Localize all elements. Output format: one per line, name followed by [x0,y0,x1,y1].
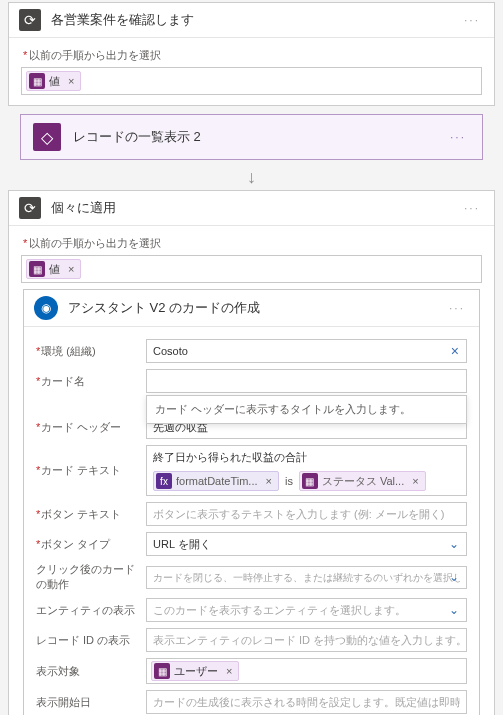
start-input[interactable] [146,690,467,714]
foreach1-header[interactable]: ⟳ 各営業案件を確認します ··· [9,3,494,38]
dynamic-content-icon: ▦ [154,663,170,679]
target-input[interactable]: ▦ ユーザー × [146,658,467,684]
apply-each-input[interactable]: ▦ 値 × [21,255,482,283]
foreach1-input-label: 以前の手順から出力を選択 [23,48,480,63]
click-action-select[interactable] [146,566,467,589]
fx-token[interactable]: fx formatDateTim... × [153,471,279,491]
button-text-input[interactable] [146,502,467,526]
assistant-title: アシスタント V2 のカードの作成 [68,299,445,317]
token-remove[interactable]: × [266,475,272,487]
card-text-is: is [285,475,293,487]
foreach-icon: ⟳ [19,9,41,31]
env-input[interactable] [146,339,467,363]
token-remove[interactable]: × [226,665,232,677]
user-token[interactable]: ▦ ユーザー × [151,661,239,681]
foreach1-title: 各営業案件を確認します [51,11,460,29]
record-id-label: レコード ID の表示 [36,633,146,648]
token-label: 値 [49,74,60,89]
foreach-icon: ⟳ [19,197,41,219]
list-records-step[interactable]: ◇ レコードの一覧表示 2 ··· [20,114,483,160]
dynamic-content-icon: ▦ [29,261,45,277]
start-label: 表示開始日 [36,695,146,710]
card-text-label: カード テキスト [36,463,146,478]
record-id-input[interactable] [146,628,467,652]
button-type-label: ボタン タイプ [36,537,146,552]
token-remove[interactable]: × [412,475,418,487]
env-clear[interactable]: × [451,343,459,359]
card-text-input[interactable]: 終了日から得られた収益の合計 fx formatDateTim... × is … [146,445,467,496]
assistant-icon: ◉ [34,296,58,320]
foreach1-input[interactable]: ▦ 値 × [21,67,482,95]
card-name-tooltip: カード ヘッダーに表示するタイトルを入力します。 [146,395,467,424]
dynamic-content-icon: ▦ [302,473,318,489]
status-token-label: ステータス Val... [322,474,404,489]
apply-each-title: 個々に適用 [51,199,460,217]
card-header-label: カード ヘッダー [36,420,146,435]
apply-each-value-token[interactable]: ▦ 値 × [26,259,81,279]
card-name-input[interactable] [146,369,467,393]
button-text-label: ボタン テキスト [36,507,146,522]
foreach1-value-token[interactable]: ▦ 値 × [26,71,81,91]
click-action-label: クリック後のカードの動作 [36,562,146,592]
env-label: 環境 (組織) [36,344,146,359]
apply-each-menu[interactable]: ··· [460,199,484,217]
target-label: 表示対象 [36,664,146,679]
apply-each-input-label: 以前の手順から出力を選択 [23,236,480,251]
button-type-select[interactable] [146,532,467,556]
apply-each-header[interactable]: ⟳ 個々に適用 ··· [9,191,494,226]
foreach1-menu[interactable]: ··· [460,11,484,29]
token-label: 値 [49,262,60,277]
fx-label: formatDateTim... [176,475,258,487]
flow-arrow: ↓ [0,168,503,186]
entity-label: エンティティの表示 [36,603,146,618]
token-remove[interactable]: × [68,75,74,87]
entity-select[interactable] [146,598,467,622]
list-records-title: レコードの一覧表示 2 [73,128,446,146]
status-token[interactable]: ▦ ステータス Val... × [299,471,426,491]
token-remove[interactable]: × [68,263,74,275]
list-records-menu[interactable]: ··· [446,128,470,146]
card-name-label: カード名 [36,374,146,389]
dataverse-icon: ◇ [33,123,61,151]
user-token-label: ユーザー [174,664,218,679]
fx-icon: fx [156,473,172,489]
card-text-prefix: 終了日から得られた収益の合計 [153,450,307,465]
assistant-header[interactable]: ◉ アシスタント V2 のカードの作成 ··· [24,290,479,327]
dynamic-content-icon: ▦ [29,73,45,89]
assistant-menu[interactable]: ··· [445,299,469,317]
